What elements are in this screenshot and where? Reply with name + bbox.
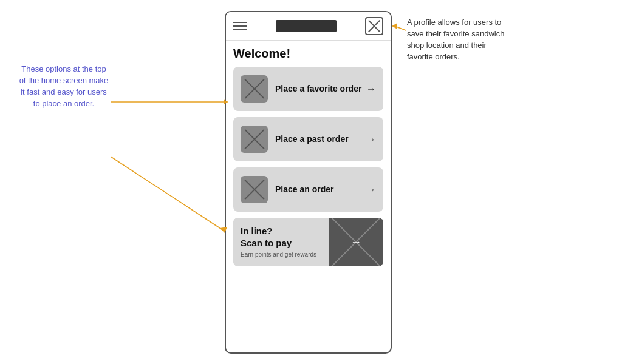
left-annotation-text: These options at the top of the home scr… bbox=[19, 64, 109, 108]
card-left: Place a past order bbox=[241, 126, 349, 153]
scan-card-right: → bbox=[329, 218, 383, 266]
past-order-card[interactable]: Place a past order → bbox=[233, 117, 383, 161]
phone-content: Welcome! Place a favorite order → Place … bbox=[226, 41, 391, 352]
svg-line-4 bbox=[395, 26, 406, 30]
place-order-card[interactable]: Place an order → bbox=[233, 167, 383, 212]
right-annotation: A profile allows for users to save their… bbox=[407, 17, 510, 62]
scan-to-pay-card[interactable]: In line?Scan to pay Earn points and get … bbox=[233, 218, 383, 266]
profile-icon[interactable] bbox=[365, 17, 383, 35]
scan-title: In line?Scan to pay bbox=[241, 225, 321, 249]
place-order-label: Place an order bbox=[275, 184, 334, 195]
place-order-arrow: → bbox=[366, 184, 376, 195]
phone-nav bbox=[226, 12, 391, 41]
svg-marker-5 bbox=[392, 23, 397, 29]
left-annotation: These options at the top of the home scr… bbox=[18, 64, 109, 109]
scan-card-left: In line?Scan to pay Earn points and get … bbox=[233, 218, 329, 266]
past-order-icon bbox=[241, 126, 268, 153]
card-left: Place a favorite order bbox=[241, 75, 361, 103]
card-left: Place an order bbox=[241, 176, 334, 203]
search-bar[interactable] bbox=[276, 20, 337, 32]
favorite-order-icon bbox=[241, 75, 268, 103]
past-order-arrow: → bbox=[366, 134, 376, 145]
favorite-order-arrow: → bbox=[366, 84, 376, 95]
right-annotation-text: A profile allows for users to save their… bbox=[407, 18, 504, 61]
favorite-order-label: Place a favorite order bbox=[275, 83, 361, 94]
svg-line-2 bbox=[111, 157, 224, 231]
welcome-title: Welcome! bbox=[233, 47, 383, 61]
past-order-label: Place a past order bbox=[275, 133, 349, 144]
favorite-order-card[interactable]: Place a favorite order → bbox=[233, 67, 383, 111]
place-order-icon bbox=[241, 176, 268, 203]
scan-subtitle: Earn points and get rewards bbox=[241, 251, 321, 258]
phone-frame: Welcome! Place a favorite order → Place … bbox=[225, 11, 392, 354]
hamburger-icon[interactable] bbox=[233, 22, 247, 30]
scan-arrow: → bbox=[350, 236, 361, 249]
